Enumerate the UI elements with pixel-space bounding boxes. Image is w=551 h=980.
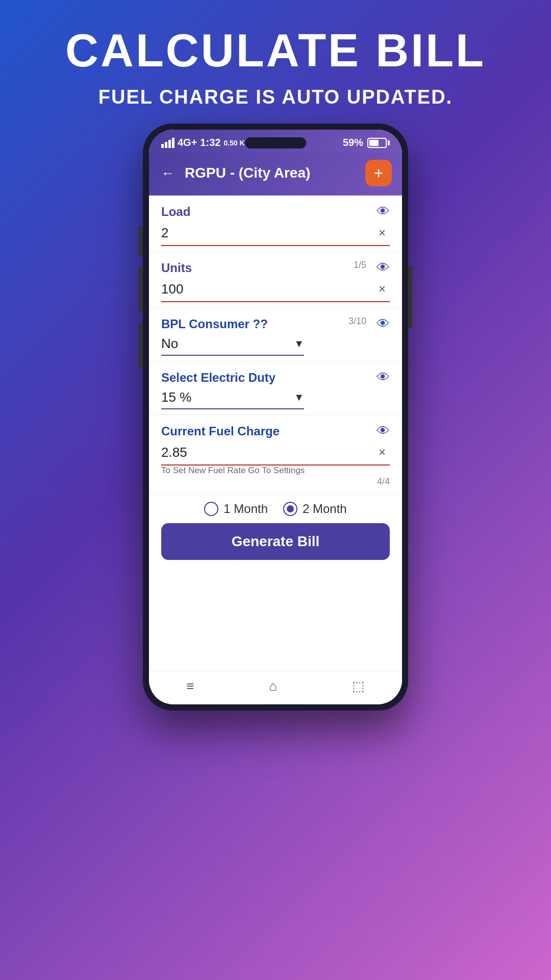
fuel-charge-label: Current Fuel Charge xyxy=(161,424,280,438)
electric-duty-dropdown-arrow: ▼ xyxy=(294,391,304,403)
phone-screen: 4G+ 1:32 0.50 KB/s 59% ← RGPU - (City Ar… xyxy=(149,130,402,704)
network-type: 4G+ xyxy=(178,137,197,149)
load-field-group: Load 👁 2 × xyxy=(149,195,402,252)
fuel-charge-label-row: Current Fuel Charge 👁 xyxy=(161,423,390,439)
fuel-charge-field-group: Current Fuel Charge 👁 2.85 × To Set New … xyxy=(149,415,402,495)
power-button xyxy=(408,266,412,328)
month-2-label: 2 Month xyxy=(303,502,347,516)
bpl-dropdown[interactable]: No ▼ xyxy=(161,336,304,356)
signal-bar-1 xyxy=(161,144,164,148)
units-field-group: 1/5 Units 👁 100 × xyxy=(149,252,402,308)
units-label: Units xyxy=(161,261,192,275)
volume-down-button xyxy=(139,266,143,312)
time-display: 1:32 xyxy=(200,137,220,149)
home-nav-icon[interactable]: ⌂ xyxy=(269,678,277,694)
month-selection-row: 1 Month 2 Month xyxy=(149,495,402,523)
status-left: 4G+ 1:32 0.50 KB/s xyxy=(161,137,256,149)
status-right: 59% xyxy=(343,137,390,149)
load-clear-button[interactable]: × xyxy=(374,224,390,242)
camera-notch xyxy=(245,137,306,149)
load-visibility-toggle[interactable]: 👁 xyxy=(377,204,390,219)
battery-icon xyxy=(367,138,390,148)
electric-duty-visibility-toggle[interactable]: 👁 xyxy=(377,370,390,385)
fuel-hint: To Set New Fuel Rate Go To Settings xyxy=(161,465,305,475)
volume-up-button xyxy=(139,226,143,256)
month-2-option[interactable]: 2 Month xyxy=(283,502,347,516)
status-bar: 4G+ 1:32 0.50 KB/s 59% xyxy=(149,130,402,153)
back-button[interactable]: ← xyxy=(159,163,177,183)
bottom-nav: ≡ ⌂ ⬚ xyxy=(149,671,402,704)
fuel-charge-clear-button[interactable]: × xyxy=(374,443,390,461)
fuel-charge-value[interactable]: 2.85 xyxy=(161,445,374,460)
bpl-selected-value: No xyxy=(161,336,294,352)
electric-duty-label-row: Select Electric Duty 👁 xyxy=(161,370,390,385)
units-visibility-toggle[interactable]: 👁 xyxy=(377,260,390,276)
fuel-charge-input-row: 2.85 × xyxy=(161,443,390,465)
back-nav-icon[interactable]: ⬚ xyxy=(352,678,365,694)
menu-nav-icon[interactable]: ≡ xyxy=(186,678,194,694)
units-value[interactable]: 100 xyxy=(161,281,374,297)
month-1-label: 1 Month xyxy=(223,502,268,516)
page-title: CALCULATE BILL xyxy=(65,26,486,76)
fuel-counter: 4/4 xyxy=(377,476,390,487)
battery-tip xyxy=(388,140,390,145)
app-header-title: RGPU - (City Area) xyxy=(185,165,357,181)
electric-duty-selected-value: 15 % xyxy=(161,389,294,405)
month-2-radio[interactable] xyxy=(283,502,297,516)
electric-duty-dropdown[interactable]: 15 % ▼ xyxy=(161,389,304,409)
load-value[interactable]: 2 xyxy=(161,225,374,241)
signal-bar-4 xyxy=(172,138,174,148)
bpl-field-group: 3/10 BPL Consumer ?? 👁 No ▼ xyxy=(149,308,402,361)
add-button[interactable]: + xyxy=(365,160,392,186)
bpl-visibility-toggle[interactable]: 👁 xyxy=(377,316,390,332)
load-input-row: 2 × xyxy=(161,224,390,246)
month-1-option[interactable]: 1 Month xyxy=(204,502,268,516)
bpl-counter: 3/10 xyxy=(348,316,366,327)
bpl-dropdown-arrow: ▼ xyxy=(294,338,304,350)
battery-fill xyxy=(369,140,379,146)
generate-bill-button[interactable]: Generate Bill xyxy=(161,523,390,560)
units-input-row: 100 × xyxy=(161,280,390,302)
battery-body xyxy=(367,138,387,148)
signal-bar-2 xyxy=(165,142,167,148)
signal-bar-3 xyxy=(168,140,171,148)
battery-percent: 59% xyxy=(343,137,363,149)
units-clear-button[interactable]: × xyxy=(374,280,390,298)
load-label: Load xyxy=(161,205,190,219)
silent-button xyxy=(139,323,143,369)
signal-icon xyxy=(161,138,174,148)
form-content: Load 👁 2 × 1/5 Units 👁 100 × xyxy=(149,195,402,671)
bpl-label: BPL Consumer ?? xyxy=(161,317,268,331)
electric-duty-label: Select Electric Duty xyxy=(161,371,276,385)
load-label-row: Load 👁 xyxy=(161,204,390,219)
page-subtitle: FUEL CHARGE IS AUTO UPDATED. xyxy=(65,86,486,108)
units-counter: 1/5 xyxy=(354,260,366,271)
phone-shell: 4G+ 1:32 0.50 KB/s 59% ← RGPU - (City Ar… xyxy=(143,124,408,710)
fuel-charge-visibility-toggle[interactable]: 👁 xyxy=(377,423,390,439)
month-1-radio[interactable] xyxy=(204,502,218,516)
app-header: ← RGPU - (City Area) + xyxy=(149,153,402,195)
electric-duty-field-group: Select Electric Duty 👁 15 % ▼ xyxy=(149,361,402,415)
